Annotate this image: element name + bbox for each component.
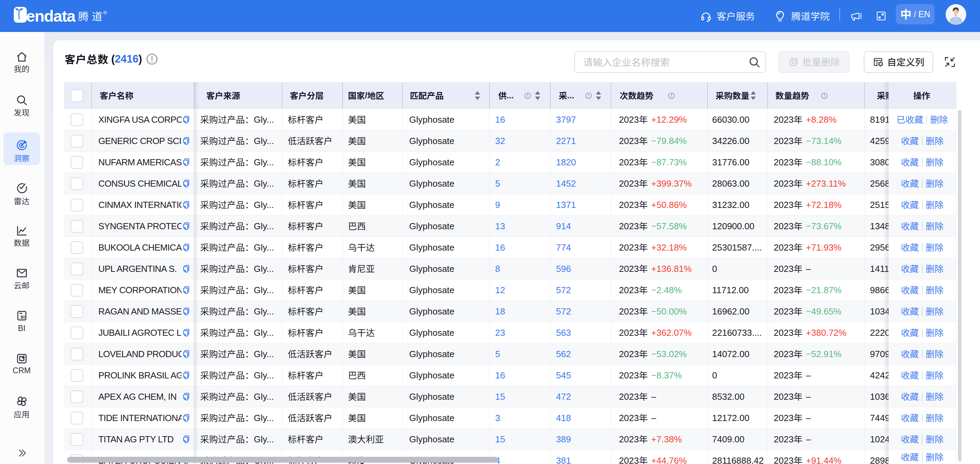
svg-text:BI: BI <box>21 315 25 319</box>
